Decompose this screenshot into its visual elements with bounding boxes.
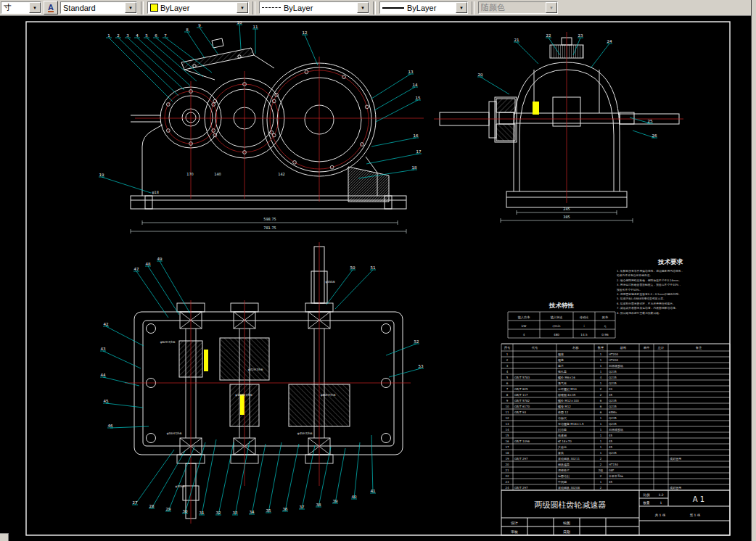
properties-toolbar: 寸 ▼ A Standard ▼ ByLayer ▼ ByLayer ▼ ByL… [0, 0, 752, 16]
bom-cell: 箱座 [558, 352, 564, 356]
bom-table: 序号代号名称数量材料单件总计备注1箱座1HT2002箱盖1HT2003垫片1石棉… [501, 344, 730, 490]
color-combo[interactable]: ByLayer ▼ [147, 1, 249, 14]
bom-cell: 大齿轮 [558, 445, 567, 449]
top-view [134, 247, 403, 519]
sheet-size: A 1 [693, 495, 704, 503]
balloon-number: 12 [303, 30, 308, 35]
bom-cell: GB/T 825 [514, 387, 528, 391]
bom-cell: 13 [505, 422, 509, 426]
balloon-number: 29 [166, 507, 171, 511]
bom-cell: 1 [600, 352, 602, 356]
balloon-number: 23 [578, 33, 583, 38]
bom-cell: 2 [600, 474, 602, 478]
text-style-button[interactable]: A [44, 1, 58, 15]
balloon-number: 50 [350, 265, 356, 270]
chevron-down-icon[interactable]: ▼ [357, 2, 369, 13]
key-highlight [204, 350, 208, 371]
tech-char-value: 4 [523, 333, 525, 336]
chevron-down-icon[interactable]: ▼ [237, 2, 248, 13]
drafter-label: 绘图 [563, 521, 570, 525]
bom-cell: 螺栓 M6×16 [558, 376, 575, 379]
tech-requirements-title: 技术要求 [657, 258, 683, 265]
grid-line [106, 403, 143, 408]
balloon-number: 3 [126, 33, 129, 38]
text-style-value: Standard [63, 4, 123, 12]
lineweight-value: ByLayer [407, 4, 454, 12]
bom-cell: 65Mn [609, 410, 617, 414]
balloon-number: 13 [408, 70, 414, 74]
dim-style-combo[interactable]: 寸 ▼ [1, 1, 41, 14]
tech-char-value: 14.5 [580, 333, 588, 336]
balloon-number: 40 [352, 495, 357, 499]
bom-cell: 1 [600, 445, 602, 449]
drawing-canvas[interactable]: 1234567891011121314151617181920212223242… [0, 16, 752, 541]
window-corner [0, 533, 9, 541]
lineweight-sample-icon [382, 7, 404, 9]
bom-cell: Q235 [609, 422, 617, 426]
bom-cell: Q235 [609, 399, 617, 402]
chevron-down-icon[interactable]: ▼ [29, 2, 41, 13]
bom-cell: 石棉橡胶纸 [609, 428, 623, 431]
bom-cell: 21 [505, 468, 509, 472]
bom-cell: 1 [600, 439, 602, 443]
grid-line [168, 447, 194, 511]
balloon-number: 32 [216, 511, 221, 515]
bom-cell: 油标尺 [558, 416, 567, 421]
color-swatch-icon [150, 4, 158, 12]
balloon-number: 2 [117, 33, 120, 38]
bom-cell: 15 [505, 434, 509, 437]
grid-line [335, 270, 373, 309]
dimension-text: 142 [278, 172, 285, 176]
bom-cell: 1 [600, 381, 602, 385]
bom-header: 数量 [598, 346, 604, 350]
fit-label: φ80H7/h6 [321, 393, 336, 397]
bom-cell: 石棉橡胶纸 [609, 364, 623, 368]
grid-line [147, 38, 197, 81]
grid-line [239, 25, 241, 49]
key-highlight [240, 395, 245, 415]
bom-cell: 低速轴 [558, 434, 567, 437]
balloon-number: 46 [108, 424, 113, 428]
balloon-number: 11 [253, 25, 258, 29]
bom-cell: 半粗羊毛毡 [608, 474, 623, 478]
bom-cell: 23 [505, 480, 509, 484]
grid-line [371, 74, 411, 99]
balloon-number: 35 [266, 508, 271, 513]
linetype-combo[interactable]: ByLayer ▼ [259, 1, 369, 14]
designer-label: 设计 [510, 521, 518, 525]
bom-cell: 45 [609, 480, 613, 484]
balloon-number: 20 [478, 73, 483, 77]
toolbar-separator [373, 1, 376, 15]
bom-cell: 2 [600, 393, 602, 397]
chevron-down-icon[interactable]: ▼ [125, 2, 136, 13]
bom-cell: 1 [600, 451, 602, 455]
bolt-circles [166, 70, 369, 169]
chevron-down-icon[interactable]: ▼ [456, 2, 467, 13]
grid-line [285, 444, 299, 511]
dim-style-value: 寸 [4, 2, 28, 13]
bom-cell: GB/T 5783 [514, 376, 530, 379]
bom-cell: 轴承端盖 [558, 463, 570, 466]
bom-cell: 滚动轴承 30211 [558, 457, 580, 461]
grid-line [374, 87, 415, 110]
grid-line [376, 100, 418, 122]
balloon-number: 36 [283, 507, 288, 511]
grid-line [319, 447, 331, 507]
balloon-number: 7 [164, 33, 167, 38]
bom-cell: 4 [506, 370, 509, 373]
dimension-text: 170 [186, 172, 194, 176]
bom-cell: 19 [505, 457, 509, 461]
dimension-text: 598.75 [263, 217, 276, 221]
window-right-edge [751, 0, 756, 541]
balloon-number: 17 [416, 149, 422, 154]
dimension-text: 781.75 [263, 226, 276, 230]
tech-requirement-line: 箱体内不许有任何杂物存在。 [617, 273, 652, 277]
balloon-number: 31 [200, 511, 205, 515]
grid-line [135, 450, 174, 505]
toolbar-separator [141, 1, 144, 15]
text-style-combo[interactable]: Standard ▼ [60, 1, 137, 14]
grid-line [200, 28, 218, 54]
lineweight-combo[interactable]: ByLayer ▼ [379, 1, 468, 14]
balloon-number: 19 [99, 173, 104, 177]
balloon-number: 16 [414, 133, 419, 138]
